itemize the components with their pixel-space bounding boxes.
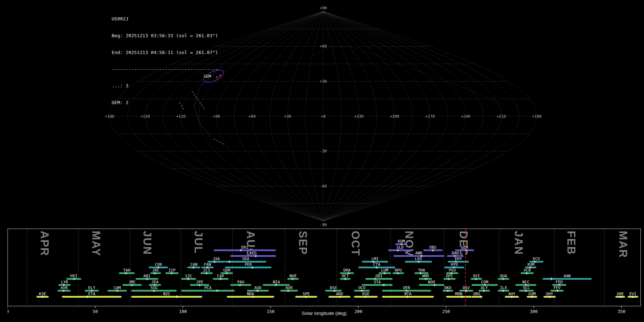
shower-label: CAM xyxy=(114,286,121,290)
month-label: MAY xyxy=(90,231,102,257)
shower-label: EGE xyxy=(362,292,370,296)
month-label: JAN xyxy=(512,231,525,255)
shower-label: THA xyxy=(418,268,425,273)
shower-label: OHY xyxy=(546,292,553,296)
shower-label: ARI xyxy=(143,274,151,278)
shower-label: ZCS xyxy=(203,268,210,273)
shower-label: EVI xyxy=(629,292,636,296)
shower-label: CTA xyxy=(373,262,380,267)
lon-tick-label: +0 xyxy=(321,114,326,119)
shower-label: ELY xyxy=(88,286,95,290)
shower-label: SDA xyxy=(242,257,249,261)
grid-meridian xyxy=(323,11,484,221)
shower-label: CAP xyxy=(217,274,224,278)
shower-label: NCC xyxy=(522,280,530,284)
shower-label: GEM xyxy=(461,245,468,250)
shower-label: LYR xyxy=(61,280,68,284)
shower-label: KUM xyxy=(398,239,405,244)
end-time-line: End: 20251213 04:56:11 (sol = 261.07°) xyxy=(112,50,218,55)
shower-label: LEO xyxy=(415,257,422,261)
shower-label: XHE xyxy=(616,292,624,296)
shower-label: MON xyxy=(455,292,462,296)
shower-label: PER xyxy=(245,262,252,267)
grid-meridian xyxy=(288,11,323,221)
shower-label: EHY xyxy=(455,257,462,261)
month-label: APR xyxy=(38,231,51,256)
shower-label: LUM xyxy=(381,268,388,273)
shower-label: OBS xyxy=(429,245,436,250)
shower-label: AUD xyxy=(254,286,262,290)
month-label: OCT xyxy=(349,231,362,256)
shower-label: ETA xyxy=(88,292,95,296)
shower-label: RPU xyxy=(395,268,402,273)
shower-label: AHY xyxy=(508,292,516,296)
shower-label: DSX xyxy=(330,286,337,290)
month-label: MAR xyxy=(617,231,629,258)
shower-label: NIA xyxy=(273,280,280,284)
shower-label: DPC xyxy=(446,274,453,278)
lat-tick-label: +90 xyxy=(320,6,327,10)
shower-label: CAN xyxy=(190,262,197,267)
shower-label: JXA xyxy=(213,257,220,261)
gem-count: GEM: 2 xyxy=(112,100,218,106)
month-label: JUN xyxy=(141,231,153,255)
begin-time-line: Beg: 20251213 03:56:33 (sol = 261.03°) xyxy=(112,33,218,39)
shower-label: ORI xyxy=(375,274,382,278)
shower-label: QUA xyxy=(500,274,507,278)
gem-meteor-dot xyxy=(219,75,221,77)
shower-label: FED xyxy=(556,280,563,284)
shower-label: FAN xyxy=(204,262,211,267)
lon-tick-label: +270 xyxy=(425,114,435,119)
shower-label: AMO xyxy=(422,274,429,278)
shower-label: HVI xyxy=(70,274,77,278)
month-label: DEC xyxy=(457,231,470,256)
lon-tick-label: +210 xyxy=(497,114,506,119)
shower-label: JPE xyxy=(196,280,203,284)
shower-label: LMI xyxy=(371,257,379,261)
lat-tick-label: -90 xyxy=(320,223,327,227)
x-axis-title: Solar longitude (deg) xyxy=(8,311,641,316)
month-label: JUL xyxy=(192,231,205,254)
shower-label: NDA xyxy=(247,292,254,296)
shower-label: GUM xyxy=(528,292,536,296)
shower-label: URS xyxy=(473,292,480,296)
shower-label: PSU xyxy=(449,268,456,273)
shower-label: NOO xyxy=(428,280,435,284)
shower-label: SZC xyxy=(185,274,192,278)
lon-tick-label: +180 xyxy=(532,114,542,119)
shower-label: SLD xyxy=(396,245,404,250)
shower-label: JEA xyxy=(151,280,158,284)
shower-label: JRC xyxy=(152,268,159,273)
shower-label: XCB xyxy=(524,268,531,273)
shower-label: AND xyxy=(415,251,423,255)
sky-map-svg: GEM+180+150+120+90+60+30+0+330+300+270+2… xyxy=(0,0,644,231)
shower-label: XUM xyxy=(527,262,534,267)
shower-label: DRA xyxy=(343,268,351,273)
shower-label: COR xyxy=(155,262,162,267)
shower-label: XVI xyxy=(473,274,480,278)
shower-label: AUR xyxy=(286,286,293,290)
lon-tick-label: +300 xyxy=(390,114,399,119)
shower-label: ILE xyxy=(500,286,507,290)
shower-label: KSE xyxy=(39,292,46,296)
shower-label: ARD xyxy=(336,292,343,296)
meteor-activity-screen: GEM+180+150+120+90+60+30+0+330+300+270+2… xyxy=(0,0,644,322)
shower-label: SCC xyxy=(523,286,530,290)
shower-label: NUE xyxy=(289,274,297,278)
lon-tick-label: +330 xyxy=(354,114,364,119)
lon-tick-label: +60 xyxy=(249,114,256,119)
shower-label: AAN xyxy=(564,274,571,278)
shower-label: PCA xyxy=(204,286,211,290)
lon-tick-label: +30 xyxy=(284,114,291,119)
shower-label: OCU xyxy=(358,286,365,290)
shower-label: DAD xyxy=(452,251,459,255)
shower-label: JMC xyxy=(128,280,136,284)
shower-label: OCT xyxy=(342,274,349,278)
shower-label: DSV xyxy=(463,286,470,290)
lon-tick-label: +240 xyxy=(461,114,470,119)
lat-tick-label: +30 xyxy=(320,79,327,84)
shower-label: HYD xyxy=(451,262,458,267)
station-id: US002J xyxy=(112,16,218,22)
grid-meridian xyxy=(323,11,519,221)
shower-label: ALY xyxy=(480,286,488,290)
